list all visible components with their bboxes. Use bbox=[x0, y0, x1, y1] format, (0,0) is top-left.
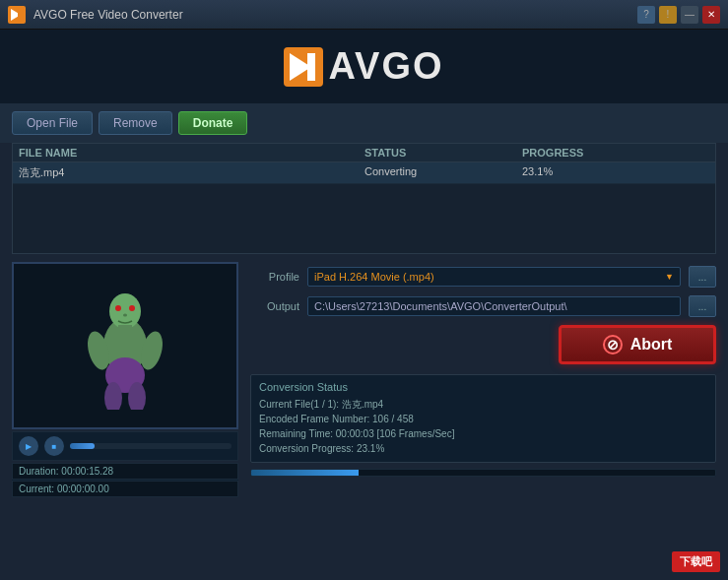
file-list-header: FILE NAME STATUS PROGRESS bbox=[13, 144, 715, 162]
conversion-status-line-3: Remaining Time: 00:00:03 [106 Frames/Sec… bbox=[259, 426, 707, 441]
preview-panel: ▶ ■ Duration: 00:00:15.28 Current: 00:00… bbox=[12, 262, 238, 497]
svg-rect-7 bbox=[118, 325, 132, 335]
file-list-empty bbox=[13, 184, 715, 253]
seek-bar[interactable] bbox=[70, 443, 232, 449]
abort-label: Abort bbox=[630, 336, 673, 354]
current-item: Current: 00:00:00.00 bbox=[12, 481, 238, 497]
title-bar-controls: ? ! — ✕ bbox=[637, 6, 720, 24]
file-name-cell: 浩克.mp4 bbox=[19, 165, 364, 180]
logo-text: AVGO bbox=[328, 45, 443, 88]
toolbar: Open File Remove Donate bbox=[0, 103, 728, 143]
output-row: Output C:\Users\27213\Documents\AVGO\Con… bbox=[250, 295, 716, 317]
column-header-name: FILE NAME bbox=[19, 147, 364, 159]
file-extra-cell bbox=[680, 165, 709, 180]
play-button[interactable]: ▶ bbox=[19, 436, 38, 456]
open-file-button[interactable]: Open File bbox=[12, 111, 93, 135]
profile-label: Profile bbox=[250, 271, 299, 283]
settings-panel: Profile iPad H.264 Movie (.mp4) ▼ ... Ou… bbox=[250, 262, 716, 497]
current-label: Current: 00:00:00.00 bbox=[19, 483, 109, 494]
file-status-cell: Converting bbox=[364, 165, 522, 180]
logo-area: AVGO bbox=[0, 30, 728, 103]
preview-figure bbox=[81, 282, 169, 410]
warn-button[interactable]: ! bbox=[659, 6, 677, 24]
logo-container: AVGO bbox=[284, 45, 443, 88]
title-bar-text: AVGO Free Video Converter bbox=[33, 8, 637, 22]
column-header-progress: PROGRESS bbox=[522, 147, 680, 159]
duration-item: Duration: 00:00:15.28 bbox=[12, 463, 238, 480]
preview-screen bbox=[12, 262, 238, 429]
conversion-status-line-4: Conversion Progress: 23.1% bbox=[259, 441, 707, 456]
bottom-progress-bar bbox=[250, 469, 716, 477]
app-icon bbox=[8, 6, 26, 24]
column-header-status: STATUS bbox=[364, 147, 522, 159]
svg-rect-4 bbox=[307, 53, 315, 81]
file-progress-cell: 23.1% bbox=[522, 165, 680, 180]
conversion-status-line-1: Current File(1 / 1): 浩克.mp4 bbox=[259, 397, 707, 412]
svg-point-13 bbox=[115, 305, 121, 311]
logo-icon bbox=[284, 47, 323, 87]
watermark: 下载吧 bbox=[672, 551, 720, 572]
bottom-progress-fill bbox=[251, 470, 359, 476]
bottom-section: ▶ ■ Duration: 00:00:15.28 Current: 00:00… bbox=[0, 262, 728, 497]
table-row[interactable]: 浩克.mp4 Converting 23.1% bbox=[13, 162, 715, 184]
playback-controls: ▶ ■ bbox=[12, 431, 238, 461]
abort-button[interactable]: ⊘ Abort bbox=[559, 325, 716, 364]
file-list-area: FILE NAME STATUS PROGRESS 浩克.mp4 Convert… bbox=[12, 143, 716, 254]
profile-value: iPad H.264 Movie (.mp4) bbox=[314, 271, 434, 283]
help-button[interactable]: ? bbox=[637, 6, 655, 24]
svg-point-14 bbox=[129, 305, 135, 311]
output-more-button[interactable]: ... bbox=[689, 295, 716, 317]
stop-button[interactable]: ■ bbox=[44, 436, 64, 456]
duration-label: Duration: 00:00:15.28 bbox=[19, 466, 113, 477]
seek-fill bbox=[70, 443, 95, 449]
conversion-status-title: Conversion Status bbox=[259, 381, 707, 393]
profile-select[interactable]: iPad H.264 Movie (.mp4) ▼ bbox=[307, 267, 681, 287]
output-value: C:\Users\27213\Documents\AVGO\ConverterO… bbox=[307, 296, 681, 316]
title-bar: AVGO Free Video Converter ? ! — ✕ bbox=[0, 0, 728, 30]
remove-button[interactable]: Remove bbox=[99, 111, 172, 135]
minimize-button[interactable]: — bbox=[681, 6, 698, 24]
profile-more-button[interactable]: ... bbox=[689, 266, 716, 288]
dropdown-arrow-icon: ▼ bbox=[665, 272, 674, 282]
duration-info: Duration: 00:00:15.28 Current: 00:00:00.… bbox=[12, 463, 238, 497]
donate-button[interactable]: Donate bbox=[178, 111, 248, 135]
close-button[interactable]: ✕ bbox=[702, 6, 720, 24]
svg-rect-1 bbox=[18, 9, 21, 21]
output-label: Output bbox=[250, 300, 299, 312]
column-header-extra bbox=[680, 147, 709, 159]
conversion-status-line-2: Encoded Frame Number: 106 / 458 bbox=[259, 412, 707, 426]
svg-point-15 bbox=[123, 314, 127, 317]
abort-container: ⊘ Abort bbox=[250, 325, 716, 364]
abort-icon: ⊘ bbox=[603, 335, 623, 354]
profile-row: Profile iPad H.264 Movie (.mp4) ▼ ... bbox=[250, 266, 716, 288]
conversion-status: Conversion Status Current File(1 / 1): 浩… bbox=[250, 374, 716, 463]
